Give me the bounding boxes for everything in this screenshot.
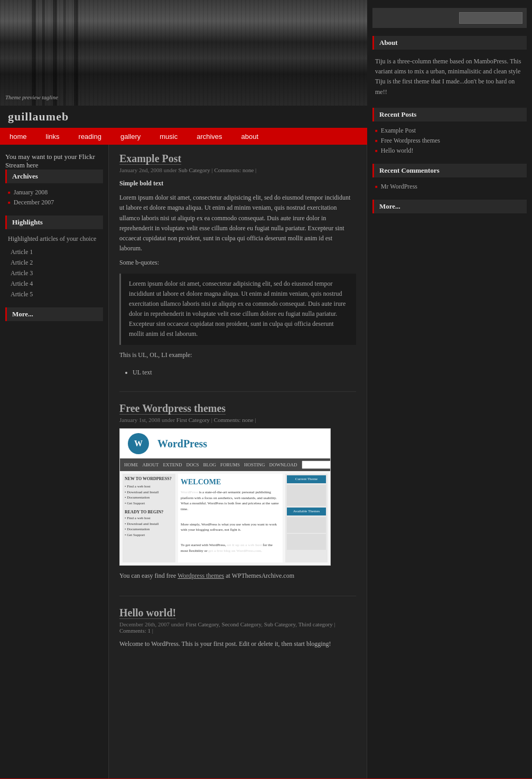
recent-posts-title: Recent Posts [372, 108, 527, 121]
wp-nav-bar: HOME ABOUT EXTEND DOCS BLOG FORUMS HOSTI… [120, 458, 330, 471]
highlight-article-4[interactable]: Article 4 [11, 280, 33, 287]
post-link-wordpress[interactable]: Free Wordpress themes [119, 402, 226, 415]
ul-item: UL text [133, 367, 356, 378]
wp-logo: W [128, 433, 149, 454]
recent-commentors-list: Mr WordPress [372, 182, 527, 192]
wp-logo-text: WordPress [157, 435, 207, 452]
wp-available-themes: Available Themes [287, 508, 326, 515]
header-banner: Theme preview tagline [0, 0, 367, 106]
left-sidebar-more[interactable]: More... [5, 307, 103, 321]
wp-sidebar-title: NEW TO WORDPRESS? [125, 476, 173, 482]
highlights-title: Highlights [5, 215, 103, 229]
search-input[interactable] [459, 12, 522, 24]
post-comments-wordpress[interactable]: Comments: none [214, 417, 254, 423]
post-category-wordpress[interactable]: First Category [176, 417, 210, 423]
recent-commentor-1[interactable]: Mr WordPress [381, 183, 417, 191]
flickr-note: You may want to put your Flickr Stream h… [5, 153, 103, 170]
post-meta-example: January 2nd, 2008 under Sub Category | C… [119, 167, 356, 173]
post-lists: UL text [119, 364, 356, 381]
site-title: guillaumeb [8, 110, 69, 123]
left-sidebar: You may want to put your Flickr Stream h… [0, 145, 108, 778]
right-sidebar: About Tiju is a three-column theme based… [367, 0, 532, 778]
recent-posts-list: Example Post Free Wordpress themes Hello… [372, 126, 527, 156]
wordpress-image: W WordPress HOME ABOUT [119, 428, 356, 566]
post-date-wordpress: January 1st, 2008 under [119, 417, 175, 423]
highlighted-articles-link[interactable]: Highlighted articles of your choice [5, 233, 103, 245]
about-text: Tiju is a three-column theme based on Ma… [372, 54, 527, 100]
post-date-example: January 2nd, 2008 under [119, 167, 177, 173]
highlight-article-1[interactable]: Article 1 [11, 248, 33, 256]
wp-current-theme: Current Theme [287, 475, 326, 483]
right-sidebar-more[interactable]: More... [372, 200, 527, 213]
post-title-hello: Hello world! [119, 607, 356, 619]
highlights-section: Highlights Highlighted articles of your … [5, 215, 103, 299]
main-nav: home links reading gallery music archive… [0, 128, 367, 145]
main-content: Example Post January 2nd, 2008 under Sub… [108, 145, 367, 778]
nav-home[interactable]: home [0, 128, 36, 145]
post-body-text: Lorem ipsum dolor sit amet, consectetur … [119, 193, 356, 254]
post-wordpress: Free Wordpress themes January 1st, 2008 … [119, 402, 356, 596]
about-title: About [372, 36, 527, 50]
nav-about[interactable]: about [232, 128, 268, 145]
post-blockquote: Lorem ipsum dolor sit amet, consectetur … [119, 274, 356, 345]
post-title-example: Example Post [119, 153, 356, 165]
post-date-hello: December 26th, 2007 under [119, 621, 184, 627]
site-tagline: Theme preview tagline [5, 94, 58, 100]
svg-text:W: W [134, 439, 143, 448]
archives-title: Archives [5, 170, 103, 183]
post-content-example: Simple bold text Lorem ipsum dolor sit a… [119, 179, 356, 381]
post-cat2-hello[interactable]: Second Category [222, 621, 262, 627]
nav-links[interactable]: links [36, 128, 69, 145]
post-hello-text: Welcome to WordPress. This is your first… [119, 639, 356, 649]
recent-post-2[interactable]: Free Wordpress themes [381, 137, 440, 145]
post-title-wordpress: Free Wordpress themes [119, 402, 356, 415]
nav-gallery[interactable]: gallery [111, 128, 150, 145]
wp-welcome-heading: WELCOME [181, 476, 280, 487]
highlight-article-5[interactable]: Article 5 [11, 290, 33, 298]
post-meta-hello: December 26th, 2007 under First Category… [119, 621, 356, 634]
wordpress-themes-link[interactable]: Wordpress themes [178, 572, 224, 579]
about-section: About Tiju is a three-column theme based… [372, 36, 527, 100]
recent-commentors-section: Recent Commentors Mr WordPress [372, 164, 527, 192]
post-bquote-intro: Some b-quotes: [119, 258, 356, 268]
wp-ready: READY TO BEGIN? [125, 509, 173, 515]
post-meta-wordpress: January 1st, 2008 under First Category |… [119, 417, 356, 423]
post-wp-text: You can easy find free Wordpress themes … [119, 571, 356, 581]
search-box [372, 8, 527, 28]
highlight-article-2[interactable]: Article 2 [11, 259, 33, 266]
highlight-article-3[interactable]: Article 3 [11, 269, 33, 277]
recent-posts-section: Recent Posts Example Post Free Wordpress… [372, 108, 527, 156]
post-link-example[interactable]: Example Post [119, 153, 181, 165]
post-cat4-hello[interactable]: Third category [298, 621, 333, 627]
post-bold-text: Simple bold text [119, 180, 163, 187]
recent-post-1[interactable]: Example Post [381, 127, 416, 135]
post-cat3-hello[interactable]: Sub Category [264, 621, 295, 627]
post-content-wordpress: W WordPress HOME ABOUT [119, 428, 356, 581]
archive-dec-2007[interactable]: December 2007 [14, 199, 54, 207]
nav-archives[interactable]: archives [187, 128, 231, 145]
recent-commentors-title: Recent Commentors [372, 164, 527, 177]
post-hello: Hello world! December 26th, 2007 under F… [119, 607, 356, 664]
post-comments-hello[interactable]: Comments: 1 [119, 627, 151, 634]
wp-welcome-text: WordPress is a state-of-the-art semantic… [181, 490, 280, 512]
recent-post-3[interactable]: Hello world! [381, 147, 414, 155]
post-list-intro: This is UL, OL, LI example: [119, 350, 356, 360]
archive-jan-2008[interactable]: January 2008 [14, 189, 48, 196]
post-example: Example Post January 2nd, 2008 under Sub… [119, 153, 356, 392]
wp-search[interactable] [302, 461, 331, 469]
post-comments-example[interactable]: Comments: none [214, 167, 254, 173]
post-content-hello: Welcome to WordPress. This is your first… [119, 639, 356, 649]
post-cat1-hello[interactable]: First Category [186, 621, 219, 627]
post-category-example[interactable]: Sub Category [179, 167, 210, 173]
archives-section: Archives January 2008 December 2007 [5, 170, 103, 208]
wp-theme-preview [287, 485, 326, 506]
post-link-hello[interactable]: Hello world! [119, 607, 176, 619]
nav-music[interactable]: music [150, 128, 187, 145]
nav-reading[interactable]: reading [69, 128, 111, 145]
